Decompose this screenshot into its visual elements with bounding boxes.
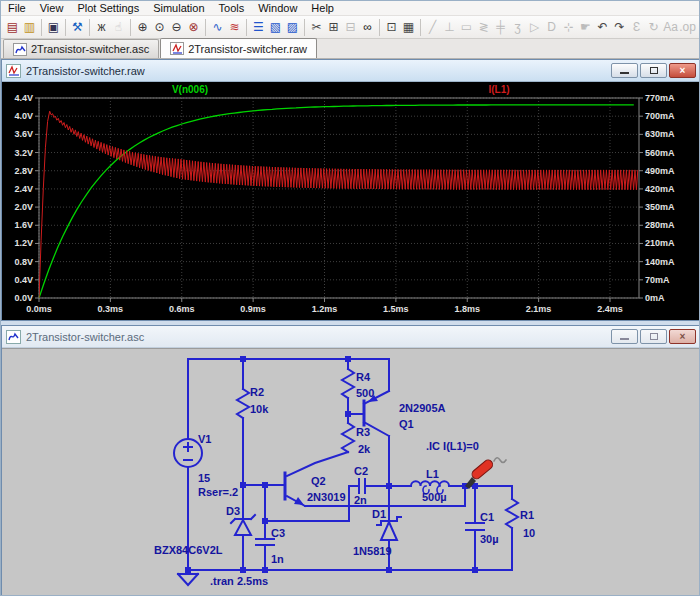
undo-icon[interactable]: ↶ bbox=[594, 18, 611, 37]
menu-window[interactable]: Window bbox=[251, 1, 304, 16]
minimize-button[interactable] bbox=[611, 329, 638, 344]
component-q1-pnp-transistor[interactable]: 2N2905A Q1 bbox=[364, 395, 446, 430]
current-probe-icon bbox=[465, 458, 506, 489]
component-v1-voltage-source[interactable]: V1 15 Rser=.2 bbox=[174, 433, 238, 498]
y-right-tick-label: 560mA bbox=[645, 148, 675, 158]
schematic-window: 2Transistor-switcher.asc × bbox=[1, 325, 700, 596]
x-tick-label: 2.1ms bbox=[526, 304, 552, 314]
tab-waveform-raw[interactable]: 2Transistor-switcher.raw bbox=[160, 38, 317, 58]
tran-directive[interactable]: .tran 2.5ms bbox=[210, 575, 268, 587]
y-right-tick-label: 350mA bbox=[645, 202, 675, 212]
waveform-window-title: 2Transistor-switcher.raw bbox=[26, 65, 611, 77]
wires[interactable] bbox=[188, 359, 512, 570]
wire-icon: ╱ bbox=[424, 18, 441, 37]
zoom-extents-icon[interactable]: ⊗ bbox=[185, 18, 202, 37]
halt-icon: ☝ bbox=[110, 18, 127, 37]
move-icon: ⊹ bbox=[560, 18, 577, 37]
close-button[interactable]: × bbox=[669, 329, 696, 344]
arrange-icons-icon[interactable]: ▨ bbox=[284, 18, 301, 37]
y-right-tick-label: 140mA bbox=[645, 257, 675, 267]
y-right-tick-label: 490mA bbox=[645, 166, 675, 176]
tile-windows-icon[interactable]: ☰ bbox=[250, 18, 267, 37]
x-tick-label: 0.9ms bbox=[240, 304, 266, 314]
capacitor-icon: ╪ bbox=[492, 18, 509, 37]
component-c3-capacitor[interactable]: C3 1n bbox=[256, 527, 285, 565]
svg-text:15: 15 bbox=[198, 472, 210, 484]
tab-label: 2Transistor-switcher.raw bbox=[188, 43, 307, 55]
component-c1-capacitor[interactable]: C1 30µ bbox=[466, 511, 499, 545]
svg-text:500µ: 500µ bbox=[422, 491, 447, 503]
cut-icon[interactable]: ✂ bbox=[308, 18, 325, 37]
menu-plot-settings[interactable]: Plot Settings bbox=[70, 1, 146, 16]
zoom-in-icon[interactable]: ⊕ bbox=[134, 18, 151, 37]
ground-symbol[interactable] bbox=[178, 570, 198, 585]
toolbar-separator bbox=[379, 19, 380, 36]
diode-icon: ▷ bbox=[526, 18, 543, 37]
schematic-canvas[interactable]: V1 15 Rser=.2 R2 10k R4 500 R3 bbox=[2, 348, 700, 596]
restore-button[interactable] bbox=[640, 63, 667, 78]
open-folder-icon[interactable]: ▥ bbox=[21, 18, 38, 37]
find-icon[interactable]: ∞ bbox=[359, 18, 376, 37]
y-right-tick-label: 210mA bbox=[645, 238, 675, 248]
waveform-plot-area[interactable]: 4.4V770mA4.0V700mA3.6V630mA3.2V560mA2.8V… bbox=[2, 82, 700, 320]
print-icon[interactable]: ▦ bbox=[400, 18, 417, 37]
svg-text:2N2905A: 2N2905A bbox=[399, 402, 446, 414]
svg-text:L1: L1 bbox=[426, 468, 439, 480]
control-panel-icon[interactable]: ⚒ bbox=[69, 18, 86, 37]
plot-border bbox=[39, 98, 639, 298]
svg-text:BZX84C6V2L: BZX84C6V2L bbox=[154, 544, 223, 556]
menu-simulation[interactable]: Simulation bbox=[146, 1, 211, 16]
svg-text:R3: R3 bbox=[356, 426, 370, 438]
svg-text:Q1: Q1 bbox=[399, 418, 414, 430]
component-l1-inductor[interactable]: L1 500µ bbox=[411, 468, 449, 503]
spice-directive-icon: .op bbox=[679, 18, 696, 37]
y-left-tick-label: 4.0V bbox=[14, 111, 33, 121]
inductor-icon: ʒ bbox=[509, 18, 526, 37]
component-r3-resistor[interactable]: R3 2k bbox=[342, 423, 371, 455]
zoom-out-icon[interactable]: ⊖ bbox=[168, 18, 185, 37]
component-r4-resistor[interactable]: R4 500 bbox=[342, 369, 374, 399]
tab-schematic-asc[interactable]: 2Transistor-switcher.asc bbox=[3, 39, 159, 58]
y-right-tick-label: 280mA bbox=[645, 220, 675, 230]
x-tick-label: 2.4ms bbox=[597, 304, 623, 314]
redo-icon[interactable]: ↷ bbox=[611, 18, 628, 37]
component-r1-resistor[interactable]: R1 10 bbox=[506, 499, 535, 539]
y-left-tick-label: 0.8V bbox=[14, 257, 33, 267]
y-right-tick-label: 630mA bbox=[645, 129, 675, 139]
run-icon[interactable]: ж bbox=[93, 18, 110, 37]
print-preview-icon[interactable]: ⊡ bbox=[383, 18, 400, 37]
autorange-icon[interactable]: ∿ bbox=[209, 18, 226, 37]
svg-text:1n: 1n bbox=[271, 553, 284, 565]
plot-settings-icon[interactable]: ≋ bbox=[226, 18, 243, 37]
y-left-tick-label: 1.6V bbox=[14, 220, 33, 230]
component-d1-schottky-diode[interactable]: D1 1N5819 bbox=[353, 508, 401, 557]
save-icon[interactable]: ▣ bbox=[45, 18, 62, 37]
menu-help[interactable]: Help bbox=[304, 1, 341, 16]
component-d3-zener-diode[interactable]: D3 BZX84C6V2L bbox=[154, 505, 255, 556]
y-left-tick-label: 0.4V bbox=[14, 275, 33, 285]
schematic-file-icon bbox=[13, 43, 27, 56]
y-left-tick-label: 2.0V bbox=[14, 202, 33, 212]
svg-text:C3: C3 bbox=[271, 527, 285, 539]
y-right-tick-label: 0mA bbox=[645, 293, 665, 303]
document-wave-icon[interactable]: ▤ bbox=[4, 18, 21, 37]
ic-directive[interactable]: .IC I(L1)=0 bbox=[426, 440, 479, 452]
text-icon: Aa bbox=[662, 18, 679, 37]
schematic-window-title: 2Transistor-switcher.asc bbox=[26, 331, 611, 343]
menu-tools[interactable]: Tools bbox=[212, 1, 252, 16]
minimize-button[interactable] bbox=[611, 63, 638, 78]
waveform-window-titlebar[interactable]: 2Transistor-switcher.raw × bbox=[2, 60, 700, 82]
component-r2-resistor[interactable]: R2 10k bbox=[237, 386, 269, 418]
toolbar-separator bbox=[130, 19, 131, 36]
svg-text:Rser=.2: Rser=.2 bbox=[198, 486, 238, 498]
menu-view[interactable]: View bbox=[33, 1, 71, 16]
schematic-window-titlebar[interactable]: 2Transistor-switcher.asc × bbox=[2, 326, 700, 348]
menu-file[interactable]: File bbox=[1, 1, 33, 16]
cascade-windows-icon[interactable]: ▧ bbox=[267, 18, 284, 37]
close-button[interactable]: × bbox=[669, 63, 696, 78]
zoom-area-icon[interactable]: ⊙ bbox=[151, 18, 168, 37]
x-tick-label: 1.2ms bbox=[312, 304, 338, 314]
copy-icon[interactable]: ⊞ bbox=[325, 18, 342, 37]
restore-button[interactable] bbox=[640, 329, 667, 344]
trace-vn006 bbox=[39, 105, 634, 298]
